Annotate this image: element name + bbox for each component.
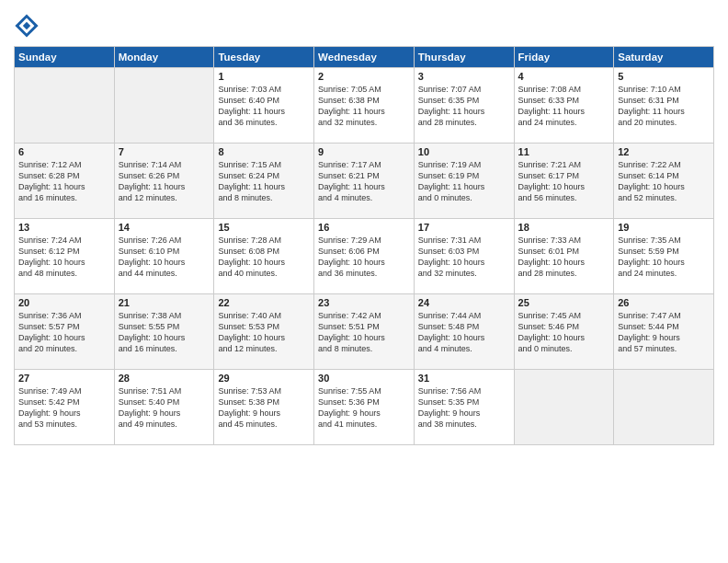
calendar-cell: 6Sunrise: 7:12 AM Sunset: 6:28 PM Daylig…: [15, 144, 115, 219]
calendar-week-row: 13Sunrise: 7:24 AM Sunset: 6:12 PM Dayli…: [15, 219, 714, 294]
day-number: 9: [318, 146, 410, 157]
day-number: 15: [218, 222, 310, 233]
calendar-cell: 31Sunrise: 7:56 AM Sunset: 5:35 PM Dayli…: [414, 370, 514, 445]
day-number: 26: [618, 297, 710, 308]
day-number: 22: [218, 297, 310, 308]
day-number: 3: [418, 71, 510, 82]
day-info: Sunrise: 7:51 AM Sunset: 5:40 PM Dayligh…: [119, 385, 210, 431]
day-info: Sunrise: 7:47 AM Sunset: 5:44 PM Dayligh…: [618, 310, 710, 355]
calendar-cell: 16Sunrise: 7:29 AM Sunset: 6:06 PM Dayli…: [314, 219, 415, 294]
calendar-cell: 29Sunrise: 7:53 AM Sunset: 5:38 PM Dayli…: [214, 370, 314, 445]
day-number: 13: [18, 222, 110, 233]
day-number: 16: [318, 222, 410, 233]
day-number: 23: [318, 297, 410, 308]
calendar-cell: [514, 370, 614, 445]
calendar-cell: 3Sunrise: 7:07 AM Sunset: 6:35 PM Daylig…: [414, 68, 514, 144]
day-info: Sunrise: 7:07 AM Sunset: 6:35 PM Dayligh…: [418, 84, 510, 129]
calendar-cell: 21Sunrise: 7:38 AM Sunset: 5:55 PM Dayli…: [114, 294, 214, 370]
calendar-cell: [114, 68, 214, 144]
day-info: Sunrise: 7:22 AM Sunset: 6:14 PM Dayligh…: [618, 159, 710, 204]
day-number: 28: [119, 373, 210, 384]
calendar-week-row: 20Sunrise: 7:36 AM Sunset: 5:57 PM Dayli…: [15, 294, 714, 370]
weekday-header-saturday: Saturday: [614, 47, 714, 68]
calendar-cell: [15, 68, 115, 144]
day-number: 24: [418, 297, 510, 308]
day-info: Sunrise: 7:36 AM Sunset: 5:57 PM Dayligh…: [18, 310, 110, 355]
weekday-header-sunday: Sunday: [15, 47, 115, 68]
calendar-cell: 4Sunrise: 7:08 AM Sunset: 6:33 PM Daylig…: [514, 68, 614, 144]
day-info: Sunrise: 7:26 AM Sunset: 6:10 PM Dayligh…: [119, 235, 210, 280]
calendar-cell: 27Sunrise: 7:49 AM Sunset: 5:42 PM Dayli…: [15, 370, 115, 445]
calendar-cell: 24Sunrise: 7:44 AM Sunset: 5:48 PM Dayli…: [414, 294, 514, 370]
calendar-cell: 18Sunrise: 7:33 AM Sunset: 6:01 PM Dayli…: [514, 219, 614, 294]
day-number: 8: [218, 146, 310, 157]
day-number: 1: [218, 71, 310, 82]
weekday-header-friday: Friday: [514, 47, 614, 68]
day-number: 19: [618, 222, 710, 233]
day-number: 25: [518, 297, 610, 308]
calendar-cell: 8Sunrise: 7:15 AM Sunset: 6:24 PM Daylig…: [214, 144, 314, 219]
calendar-cell: 10Sunrise: 7:19 AM Sunset: 6:19 PM Dayli…: [414, 144, 514, 219]
header: [14, 9, 714, 39]
calendar-cell: 19Sunrise: 7:35 AM Sunset: 5:59 PM Dayli…: [614, 219, 714, 294]
day-number: 21: [119, 297, 210, 308]
day-info: Sunrise: 7:14 AM Sunset: 6:26 PM Dayligh…: [119, 159, 210, 204]
calendar-cell: 11Sunrise: 7:21 AM Sunset: 6:17 PM Dayli…: [514, 144, 614, 219]
calendar-cell: 22Sunrise: 7:40 AM Sunset: 5:53 PM Dayli…: [214, 294, 314, 370]
calendar-week-row: 1Sunrise: 7:03 AM Sunset: 6:40 PM Daylig…: [15, 68, 714, 144]
calendar-cell: 20Sunrise: 7:36 AM Sunset: 5:57 PM Dayli…: [15, 294, 115, 370]
day-number: 2: [318, 71, 410, 82]
day-number: 7: [119, 146, 210, 157]
calendar-cell: 26Sunrise: 7:47 AM Sunset: 5:44 PM Dayli…: [614, 294, 714, 370]
day-info: Sunrise: 7:35 AM Sunset: 5:59 PM Dayligh…: [618, 235, 710, 280]
day-info: Sunrise: 7:40 AM Sunset: 5:53 PM Dayligh…: [218, 310, 310, 355]
day-info: Sunrise: 7:44 AM Sunset: 5:48 PM Dayligh…: [418, 310, 510, 355]
day-number: 17: [418, 222, 510, 233]
weekday-header-row: SundayMondayTuesdayWednesdayThursdayFrid…: [15, 47, 714, 68]
calendar-cell: [614, 370, 714, 445]
day-number: 12: [618, 146, 710, 157]
day-info: Sunrise: 7:17 AM Sunset: 6:21 PM Dayligh…: [318, 159, 410, 204]
calendar-cell: 25Sunrise: 7:45 AM Sunset: 5:46 PM Dayli…: [514, 294, 614, 370]
day-number: 4: [518, 71, 610, 82]
calendar-cell: 14Sunrise: 7:26 AM Sunset: 6:10 PM Dayli…: [114, 219, 214, 294]
day-number: 27: [18, 373, 110, 384]
day-info: Sunrise: 7:08 AM Sunset: 6:33 PM Dayligh…: [518, 84, 610, 129]
day-number: 30: [318, 373, 410, 384]
day-info: Sunrise: 7:56 AM Sunset: 5:35 PM Dayligh…: [418, 385, 510, 431]
day-info: Sunrise: 7:24 AM Sunset: 6:12 PM Dayligh…: [18, 235, 110, 280]
day-info: Sunrise: 7:42 AM Sunset: 5:51 PM Dayligh…: [318, 310, 410, 355]
calendar-cell: 2Sunrise: 7:05 AM Sunset: 6:38 PM Daylig…: [314, 68, 415, 144]
day-info: Sunrise: 7:45 AM Sunset: 5:46 PM Dayligh…: [518, 310, 610, 355]
day-info: Sunrise: 7:10 AM Sunset: 6:31 PM Dayligh…: [618, 84, 710, 129]
weekday-header-tuesday: Tuesday: [214, 47, 314, 68]
weekday-header-thursday: Thursday: [414, 47, 514, 68]
day-info: Sunrise: 7:55 AM Sunset: 5:36 PM Dayligh…: [318, 385, 410, 431]
day-info: Sunrise: 7:03 AM Sunset: 6:40 PM Dayligh…: [218, 84, 310, 129]
calendar-cell: 13Sunrise: 7:24 AM Sunset: 6:12 PM Dayli…: [15, 219, 115, 294]
logo-icon: [14, 13, 40, 39]
day-info: Sunrise: 7:38 AM Sunset: 5:55 PM Dayligh…: [119, 310, 210, 355]
day-info: Sunrise: 7:19 AM Sunset: 6:19 PM Dayligh…: [418, 159, 510, 204]
day-info: Sunrise: 7:15 AM Sunset: 6:24 PM Dayligh…: [218, 159, 310, 204]
day-info: Sunrise: 7:05 AM Sunset: 6:38 PM Dayligh…: [318, 84, 410, 129]
calendar-cell: 17Sunrise: 7:31 AM Sunset: 6:03 PM Dayli…: [414, 219, 514, 294]
day-number: 11: [518, 146, 610, 157]
day-number: 5: [618, 71, 710, 82]
day-info: Sunrise: 7:49 AM Sunset: 5:42 PM Dayligh…: [18, 385, 110, 431]
day-number: 14: [119, 222, 210, 233]
calendar-cell: 12Sunrise: 7:22 AM Sunset: 6:14 PM Dayli…: [614, 144, 714, 219]
day-info: Sunrise: 7:53 AM Sunset: 5:38 PM Dayligh…: [218, 385, 310, 431]
day-number: 10: [418, 146, 510, 157]
calendar-cell: 1Sunrise: 7:03 AM Sunset: 6:40 PM Daylig…: [214, 68, 314, 144]
day-info: Sunrise: 7:28 AM Sunset: 6:08 PM Dayligh…: [218, 235, 310, 280]
day-info: Sunrise: 7:21 AM Sunset: 6:17 PM Dayligh…: [518, 159, 610, 204]
day-info: Sunrise: 7:29 AM Sunset: 6:06 PM Dayligh…: [318, 235, 410, 280]
logo: [14, 13, 43, 39]
day-number: 31: [418, 373, 510, 384]
calendar-cell: 28Sunrise: 7:51 AM Sunset: 5:40 PM Dayli…: [114, 370, 214, 445]
calendar-cell: 5Sunrise: 7:10 AM Sunset: 6:31 PM Daylig…: [614, 68, 714, 144]
weekday-header-monday: Monday: [114, 47, 214, 68]
day-info: Sunrise: 7:31 AM Sunset: 6:03 PM Dayligh…: [418, 235, 510, 280]
calendar-cell: 15Sunrise: 7:28 AM Sunset: 6:08 PM Dayli…: [214, 219, 314, 294]
